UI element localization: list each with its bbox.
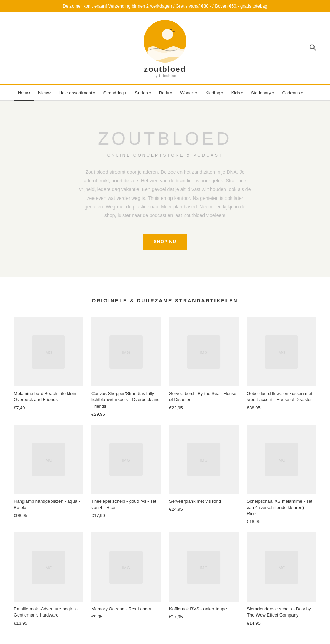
product-price: €14,95 <box>247 621 316 626</box>
product-card[interactable]: IMG Melamine bord Beach Life klein - Ove… <box>14 317 83 417</box>
product-name: Serveerbord - By the Sea - House of Disa… <box>169 391 239 403</box>
chevron-down-icon: ▾ <box>195 91 197 95</box>
product-name: Memory Oceaan - Rex London <box>91 606 161 612</box>
svg-text:IMG: IMG <box>200 458 208 463</box>
chevron-down-icon: ▾ <box>221 91 223 95</box>
product-image: IMG <box>91 317 161 386</box>
product-image: IMG <box>14 317 83 386</box>
logo-name: zoutbloed <box>144 65 186 74</box>
search-icon[interactable] <box>309 44 316 53</box>
nav-item-nieuw[interactable]: Nieuw <box>34 86 55 100</box>
svg-text:IMG: IMG <box>122 458 130 463</box>
svg-text:IMG: IMG <box>45 458 53 463</box>
svg-text:IMG: IMG <box>278 350 286 355</box>
product-price: €24,95 <box>169 507 239 512</box>
product-image: IMG <box>91 532 161 602</box>
svg-text:IMG: IMG <box>45 565 53 570</box>
product-card[interactable]: IMG Geborduurd fluwelen kussen met kreef… <box>247 317 316 417</box>
product-card[interactable]: IMG Sieradendoosje schelp - Doiy by The … <box>247 532 316 625</box>
product-image: IMG <box>169 317 239 386</box>
product-card[interactable]: IMG Memory Oceaan - Rex London€9,95 <box>91 532 161 625</box>
shop-now-button[interactable]: SHOP NU <box>143 234 187 250</box>
product-card[interactable]: IMG Theelepel schelp - goud rvs - set va… <box>91 425 161 524</box>
svg-point-1 <box>162 29 173 40</box>
nav-item-kleding[interactable]: Kleding ▾ <box>201 86 227 100</box>
product-price: €98,95 <box>14 513 83 518</box>
product-card[interactable]: IMG Canvas Shopper/Strandtas Lilly licht… <box>91 317 161 417</box>
product-card[interactable]: IMG Serveerbord - By the Sea - House of … <box>169 317 239 417</box>
product-image: IMG <box>14 532 83 602</box>
product-name: Melamine bord Beach Life klein - Overbec… <box>14 391 83 403</box>
product-card[interactable]: IMG Koffiemok RVS - anker taupe€17,95 <box>169 532 239 625</box>
product-name: Serveerplank met vis rond <box>169 498 239 505</box>
product-card[interactable]: IMG Schelpschaal XS melamime - set van 4… <box>247 425 316 524</box>
nav-item-stationary[interactable]: Stationary ▾ <box>247 86 278 100</box>
chevron-down-icon: ▾ <box>241 91 243 95</box>
product-price: €22,95 <box>169 405 239 410</box>
product-name: Geborduurd fluwelen kussen met kreeft ac… <box>247 391 316 403</box>
product-price: €17,90 <box>91 513 161 518</box>
logo-subname: by brieshine <box>154 74 176 78</box>
product-name: Hanglamp handgeblazen - aqua - Batela <box>14 498 83 511</box>
hero-section: ZOUTBLOED ONLINE CONCEPTSTORE & PODCAST … <box>0 101 330 277</box>
product-image: IMG <box>247 425 316 494</box>
nav-item-surfen[interactable]: Surfen ▾ <box>131 86 155 100</box>
hero-text: Zout bloed stroomt door je aderen. De ze… <box>79 168 251 220</box>
product-price: €13,95 <box>14 621 83 626</box>
nav-item-kids[interactable]: Kids ▾ <box>227 86 247 100</box>
svg-text:IMG: IMG <box>278 458 286 463</box>
product-price: €9,95 <box>91 614 161 619</box>
product-name: Sieradendoosje schelp - Doiy by The Wow … <box>247 606 316 618</box>
product-card[interactable]: IMG Serveerplank met vis rond€24,95 <box>169 425 239 524</box>
svg-point-2 <box>310 45 314 49</box>
product-image: IMG <box>247 317 316 386</box>
top-banner: De zomer komt eraan! Verzending binnen 2… <box>0 0 330 12</box>
product-image: IMG <box>169 532 239 602</box>
hero-title: ZOUTBLOED <box>41 128 289 149</box>
hero-subtitle: ONLINE CONCEPTSTORE & PODCAST <box>41 153 289 158</box>
chevron-down-icon: ▾ <box>125 91 126 95</box>
product-name: Canvas Shopper/Strandtas Lilly lichtblau… <box>91 391 161 409</box>
header: zoutbloed by brieshine <box>0 12 330 84</box>
chevron-down-icon: ▾ <box>149 91 151 95</box>
chevron-down-icon: ▾ <box>93 91 95 95</box>
product-card[interactable]: IMG Hanglamp handgeblazen - aqua - Batel… <box>14 425 83 524</box>
product-card[interactable]: IMG Emaille mok -Adventure begins - Gent… <box>14 532 83 625</box>
svg-text:IMG: IMG <box>45 350 53 355</box>
product-price: €38,95 <box>247 405 316 410</box>
product-image: IMG <box>169 425 239 494</box>
navigation: Home Nieuw Hele assortiment ▾ Stranddag … <box>0 84 330 101</box>
nav-item-stranddag[interactable]: Stranddag ▾ <box>99 86 131 100</box>
product-name: Koffiemok RVS - anker taupe <box>169 606 239 612</box>
products-title: ORIGINELE & DUURZAME STRANDARTIKELEN <box>14 298 316 303</box>
svg-text:IMG: IMG <box>200 350 208 355</box>
product-image: IMG <box>91 425 161 494</box>
product-name: Emaille mok -Adventure begins - Gentlema… <box>14 606 83 618</box>
chevron-down-icon: ▾ <box>301 91 303 95</box>
nav-item-body[interactable]: Body ▾ <box>155 86 176 100</box>
product-name: Theelepel schelp - goud rvs - set van 4 … <box>91 498 161 511</box>
product-name: Schelpschaal XS melamime - set van 4 (ve… <box>247 498 316 517</box>
product-price: €29,95 <box>91 411 161 417</box>
product-image: IMG <box>247 532 316 602</box>
svg-line-3 <box>314 48 316 50</box>
svg-text:IMG: IMG <box>122 350 130 355</box>
products-section: ORIGINELE & DUURZAME STRANDARTIKELEN IMG… <box>0 277 330 644</box>
chevron-down-icon: ▾ <box>170 91 172 95</box>
products-grid: IMG Melamine bord Beach Life klein - Ove… <box>14 317 316 626</box>
logo[interactable]: zoutbloed by brieshine <box>143 19 187 78</box>
product-price: €7,49 <box>14 405 83 410</box>
svg-text:IMG: IMG <box>122 565 130 570</box>
product-price: €18,95 <box>247 519 316 524</box>
nav-item-cadeaus[interactable]: Cadeaus ▾ <box>278 86 307 100</box>
banner-text: De zomer komt eraan! Verzending binnen 2… <box>63 3 267 9</box>
svg-text:IMG: IMG <box>278 565 286 570</box>
product-price: €17,95 <box>169 614 239 619</box>
nav-item-home[interactable]: Home <box>14 85 34 101</box>
logo-image <box>143 19 187 64</box>
chevron-down-icon: ▾ <box>272 91 274 95</box>
svg-text:IMG: IMG <box>200 565 208 570</box>
nav-item-hele-assortiment[interactable]: Hele assortiment ▾ <box>55 86 99 100</box>
nav-item-wonen[interactable]: Wonen ▾ <box>176 86 201 100</box>
product-image: IMG <box>14 425 83 494</box>
